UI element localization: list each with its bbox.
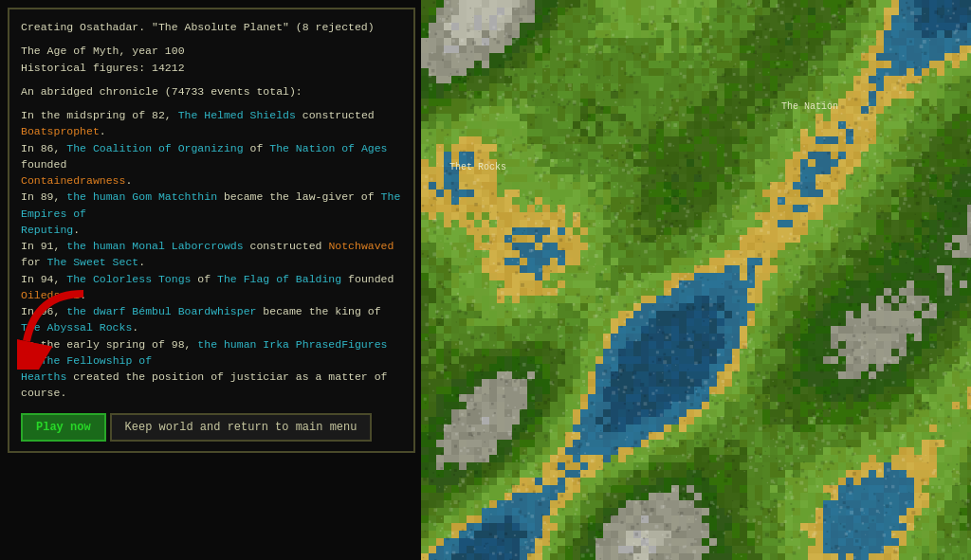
event-line-7: In 94, The Colorless Tongs of The Flag o… xyxy=(21,273,394,301)
map-area xyxy=(421,0,971,560)
event-line-9: In the early spring of 98, the human Irk… xyxy=(21,338,387,367)
event-line-8: In 96, the dwarf Bémbul Boardwhisper bec… xyxy=(21,305,381,334)
creating-text: Creating Osathadar. "The Absolute Planet… xyxy=(21,21,375,33)
event-line-10b: created the position of justiciar as a m… xyxy=(21,370,387,399)
event-line-3: Containedrawness xyxy=(21,174,125,187)
event-line-10: Hearths xyxy=(21,370,66,383)
chronicle-box: Creating Osathadar. "The Absolute Planet… xyxy=(8,8,415,453)
play-now-button[interactable]: Play now xyxy=(21,413,106,442)
event-line-2: In 86, The Coalition of Organizing of Th… xyxy=(21,142,388,171)
event-line-1: In the midspring of 82, The Helmed Shiel… xyxy=(21,109,375,137)
figures-line: Historical figures: 14212 xyxy=(21,62,185,74)
keep-world-button[interactable]: Keep world and return to main menu xyxy=(110,413,373,442)
event-line-6: In 91, the human Monal Laborcrowds const… xyxy=(21,240,394,268)
age-line: The Age of Myth, year 100 xyxy=(21,45,185,57)
intro-line: An abridged chronicle (74733 events tota… xyxy=(21,85,302,98)
event-line-4: In 89, the human Gom Matchthin became th… xyxy=(21,190,400,219)
event-line-5: Reputing xyxy=(21,224,73,236)
